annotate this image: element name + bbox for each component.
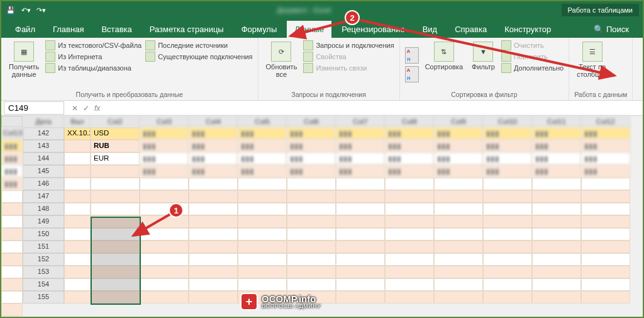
cell[interactable] [238,278,287,291]
cell[interactable] [336,266,385,278]
cell[interactable] [1,266,23,278]
cell[interactable] [287,278,336,291]
tab-review[interactable]: Рецензирование [334,21,412,38]
cell[interactable] [483,190,532,203]
cell[interactable] [532,291,581,304]
row-header[interactable]: 152 [23,253,64,266]
tab-home[interactable]: Главная [45,21,91,38]
cell[interactable]: RUB [91,140,140,152]
cell[interactable]: ▮▮▮ [336,127,385,140]
cell[interactable] [434,228,483,241]
cell[interactable]: ▮▮▮ [140,152,189,165]
cell[interactable] [91,190,140,203]
queries-button[interactable]: Запросы и подключения [303,40,394,50]
tab-file[interactable]: Файл [8,21,43,38]
cell[interactable]: ▮▮▮ [1,140,23,152]
tab-design[interactable]: Конструктор [497,21,558,38]
cell[interactable]: ▮▮▮ [532,165,581,178]
cell[interactable]: ▮▮▮ [434,127,483,140]
cell[interactable] [336,190,385,203]
fx-icon[interactable]: fx [94,104,100,113]
tab-formulas[interactable]: Формулы [234,21,285,38]
cell[interactable] [140,178,189,190]
cell[interactable]: ▮▮▮ [385,152,434,165]
tab-layout[interactable]: Разметка страницы [142,21,231,38]
cell[interactable] [140,215,189,228]
cell[interactable]: EUR [91,152,140,165]
cell[interactable] [532,228,581,241]
row-header[interactable]: 151 [23,241,64,253]
cell[interactable] [64,291,91,304]
cell[interactable] [483,215,532,228]
row-header[interactable]: 142 [23,127,64,140]
text-to-columns-button[interactable]: ☰ Текст по столбцам [574,40,610,89]
cell[interactable]: ▮▮▮ [238,165,287,178]
cell[interactable] [336,228,385,241]
cell[interactable] [189,228,238,241]
cell[interactable] [287,266,336,278]
cell[interactable] [1,190,23,203]
row-header[interactable]: 146 [23,178,64,190]
tab-help[interactable]: Справка [447,21,494,38]
cell[interactable] [336,215,385,228]
cell[interactable]: ▮▮▮ [238,140,287,152]
redo-icon[interactable]: ↷▾ [35,4,47,16]
column-header[interactable]: Col11 [532,116,581,127]
cell[interactable] [64,165,91,178]
cell[interactable]: ▮▮▮ [532,140,581,152]
cell[interactable]: ▮▮▮ [434,140,483,152]
cell[interactable] [434,215,483,228]
cell[interactable] [385,190,434,203]
cell[interactable] [532,215,581,228]
row-header[interactable]: 155 [23,291,64,304]
name-box[interactable] [4,101,64,115]
cell[interactable] [287,253,336,266]
cell[interactable] [140,190,189,203]
cell[interactable] [140,241,189,253]
column-header[interactable]: Col12 [581,116,630,127]
cell[interactable] [238,266,287,278]
column-header[interactable]: Col2 [91,116,140,127]
cell[interactable]: ▮▮▮ [287,165,336,178]
undo-icon[interactable]: ↶▾ [20,4,31,16]
cell[interactable] [532,253,581,266]
save-icon[interactable]: 💾 [5,4,16,16]
cell[interactable]: ▮▮▮ [1,152,23,165]
cell[interactable] [434,253,483,266]
cell[interactable] [189,241,238,253]
cell[interactable] [385,291,434,304]
cell[interactable] [189,253,238,266]
cell[interactable] [483,278,532,291]
cell[interactable] [287,215,336,228]
row-header[interactable]: 154 [23,278,64,291]
cell[interactable] [483,291,532,304]
cell[interactable] [483,203,532,215]
cell[interactable] [140,253,189,266]
cell[interactable] [91,203,140,215]
sort-button[interactable]: ⇅ Сортировка [423,40,465,89]
cell[interactable]: ▮▮▮ [140,127,189,140]
cell[interactable] [434,203,483,215]
cell[interactable]: USD [91,127,140,140]
cell[interactable] [189,178,238,190]
row-header[interactable]: 153 [23,266,64,278]
cell[interactable] [64,266,91,278]
cell[interactable] [581,178,630,190]
cell[interactable] [483,253,532,266]
cell[interactable] [287,190,336,203]
cell[interactable] [483,266,532,278]
cell[interactable]: ▮▮▮ [336,165,385,178]
cell[interactable] [336,291,385,304]
cell[interactable] [189,278,238,291]
get-data-button[interactable]: ▦ Получить данные [6,40,42,89]
enter-icon[interactable]: ✓ [83,104,89,113]
cell[interactable] [483,241,532,253]
cell[interactable] [581,266,630,278]
cell[interactable] [336,241,385,253]
cell[interactable] [91,165,140,178]
cell[interactable] [434,291,483,304]
cell[interactable] [1,253,23,266]
cell[interactable] [91,178,140,190]
cell[interactable]: ▮▮▮ [581,127,630,140]
cell[interactable] [238,203,287,215]
